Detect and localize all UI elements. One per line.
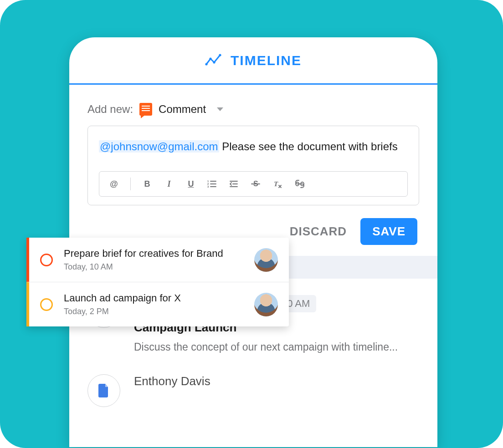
entry-author: Enthony Davis [134, 374, 210, 388]
card-title: TIMELINE [231, 53, 302, 68]
timeline-entry[interactable]: Enthony Davis [87, 374, 419, 407]
priority-ring-icon [40, 298, 53, 311]
discard-button[interactable]: DISCARD [290, 224, 347, 239]
task-item[interactable]: Prepare brief for creatives for Brand To… [26, 238, 289, 282]
task-popover: Prepare brief for creatives for Brand To… [26, 238, 289, 326]
toolbar-separator [130, 178, 131, 190]
task-item[interactable]: Launch ad campaign for X Today, 2 PM [26, 282, 289, 326]
entry-body: Enthony Davis [134, 374, 419, 397]
task-text: Prepare brief for creatives for Brand To… [64, 248, 243, 272]
mention-chip[interactable]: @johnsnow@gmail.com [99, 140, 219, 153]
link-button[interactable] [295, 180, 306, 188]
comment-icon [139, 103, 152, 116]
document-icon [98, 384, 109, 397]
priority-ring-icon [40, 254, 53, 266]
assignee-avatar[interactable] [254, 248, 278, 272]
task-time: Today, 2 PM [64, 307, 243, 316]
entry-type-icon-wrap [87, 374, 120, 407]
add-new-label: Add new: [87, 103, 133, 116]
stage: TIMELINE Add new: Comment @johnsnow@gmai… [0, 0, 503, 448]
task-time: Today, 10 AM [64, 262, 243, 272]
svg-point-1 [209, 57, 211, 60]
svg-point-0 [205, 63, 207, 65]
strikethrough-button[interactable]: S [251, 180, 262, 188]
clear-format-button[interactable]: T [273, 180, 284, 188]
outdent-button[interactable] [229, 180, 240, 188]
comment-editor[interactable]: @johnsnow@gmail.com Please see the docum… [87, 126, 419, 205]
entry-description: Discuss the concept of our next campaign… [134, 341, 419, 353]
mention-button[interactable]: @ [108, 179, 119, 189]
add-new-type-label: Comment [159, 103, 206, 116]
card-header: TIMELINE [69, 37, 437, 85]
comment-body-text: Please see the document with briefs [219, 140, 398, 153]
underline-button[interactable]: U [185, 179, 196, 189]
svg-text:3: 3 [207, 185, 209, 188]
numbered-list-button[interactable]: 123 [207, 180, 218, 188]
comment-text-area[interactable]: @johnsnow@gmail.com Please see the docum… [99, 138, 408, 155]
task-title: Prepare brief for creatives for Brand [64, 248, 243, 260]
timeline-icon [205, 52, 221, 69]
editor-toolbar: @ B I U 123 S T [99, 171, 408, 197]
save-button[interactable]: SAVE [360, 218, 417, 245]
entry-head: Enthony Davis [134, 374, 419, 388]
add-new-type-dropdown[interactable] [217, 107, 223, 111]
svg-point-2 [213, 61, 215, 63]
svg-text:T: T [274, 180, 278, 188]
bold-button[interactable]: B [142, 179, 153, 189]
add-new-row: Add new: Comment [69, 85, 437, 126]
italic-button[interactable]: I [164, 179, 175, 189]
task-text: Launch ad campaign for X Today, 2 PM [64, 292, 243, 316]
assignee-avatar[interactable] [254, 293, 278, 316]
svg-point-3 [219, 54, 221, 56]
task-title: Launch ad campaign for X [64, 292, 243, 304]
